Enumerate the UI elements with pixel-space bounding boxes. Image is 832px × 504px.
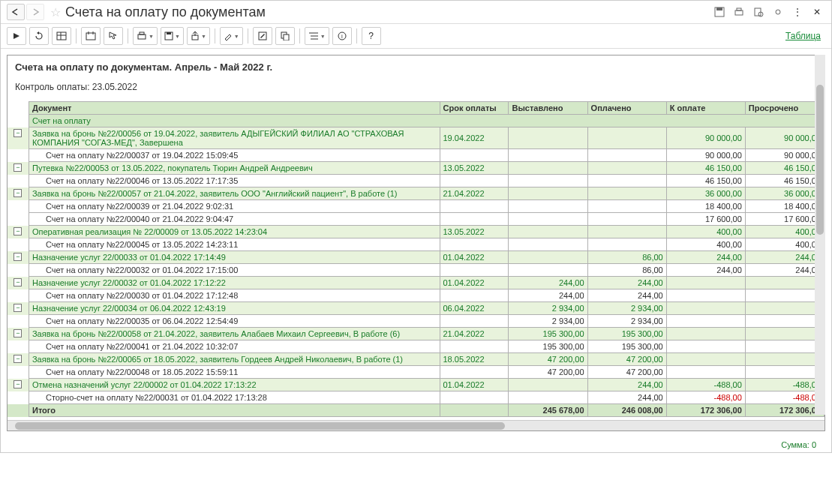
collapse-icon[interactable]: − (14, 164, 22, 172)
vertical-scrollbar[interactable] (815, 55, 825, 415)
forward-button[interactable] (26, 4, 44, 20)
print-button[interactable]: ▼ (133, 27, 158, 45)
svg-text:i: i (341, 33, 343, 40)
doc-cell: Заявка на бронь №22/00056 от 19.04.2022,… (29, 128, 440, 149)
svg-rect-6 (57, 32, 66, 40)
refresh-button[interactable] (29, 27, 49, 45)
table-row[interactable]: −Оперативная реализация № 22/00009 от 13… (8, 226, 824, 238)
col-due[interactable]: Срок оплаты (440, 102, 509, 115)
info-button[interactable]: i (332, 27, 352, 45)
more-icon[interactable]: ⋮ (789, 4, 806, 20)
doc-cell: Оперативная реализация № 22/00009 от 13.… (29, 226, 440, 238)
group-button[interactable]: ▼ (305, 27, 329, 45)
collapse-icon[interactable]: − (14, 129, 22, 137)
report-box: Счета на оплату по документам. Апрель - … (7, 55, 825, 431)
settings-button[interactable] (52, 27, 71, 45)
status-bar: Сумма: 0 (1, 437, 831, 452)
table-row[interactable]: −Заявка на бронь №22/00057 от 21.04.2022… (8, 188, 824, 200)
group-header: Счет на оплату (29, 115, 824, 128)
table-row[interactable]: −Заявка на бронь №22/00058 от 21.04.2022… (8, 328, 824, 340)
back-button[interactable] (7, 4, 25, 20)
svg-rect-1 (716, 8, 722, 10)
table-row[interactable]: Счет на оплату №22/00032 от 01.04.2022 1… (8, 264, 824, 277)
doc-cell: Счет на оплату №22/00046 от 13.05.2022 1… (29, 175, 440, 188)
doc-cell: Счет на оплату №22/00048 от 18.05.2022 1… (29, 366, 440, 379)
save-icon[interactable] (711, 4, 728, 20)
total-label: Итого (29, 404, 440, 417)
report-title: Счета на оплату по документам. Апрель - … (15, 62, 817, 73)
table-row[interactable]: Счет на оплату №22/00048 от 18.05.2022 1… (8, 366, 824, 379)
doc-cell: Счет на оплату №22/00035 от 06.04.2022 1… (29, 315, 440, 328)
col-issued[interactable]: Выставлено (509, 102, 587, 115)
table-row[interactable]: Счет на оплату №22/00030 от 01.04.2022 1… (8, 290, 824, 302)
collapse-icon[interactable]: − (14, 355, 22, 363)
collapse-icon[interactable]: − (14, 189, 22, 197)
total-issued: 245 678,00 (509, 404, 587, 417)
select-button[interactable] (104, 27, 123, 45)
report-subtitle: Контроль оплаты: 23.05.2022 (15, 82, 817, 92)
close-icon[interactable]: ✕ (809, 4, 825, 20)
col-overdue[interactable]: Просрочено (745, 102, 824, 115)
table-row[interactable]: Счет на оплату №22/00041 от 21.04.2022 1… (8, 340, 824, 353)
col-topay[interactable]: К оплате (666, 102, 745, 115)
export-button[interactable]: ▼ (187, 27, 210, 45)
table-row[interactable]: Счет на оплату №22/00039 от 21.04.2022 9… (8, 200, 824, 213)
collapse-icon[interactable]: − (14, 329, 22, 338)
table-row[interactable]: Сторно-счет на оплату №22/00031 от 01.04… (8, 392, 824, 404)
table-link[interactable]: Таблица (785, 31, 825, 41)
table-row[interactable]: −Заявка на бронь №22/00065 от 18.05.2022… (8, 353, 824, 366)
doc-cell: Отмена назначений услуг 22/00002 от 01.0… (29, 379, 440, 392)
table-row[interactable]: Счет на оплату №22/00035 от 06.04.2022 1… (8, 315, 824, 328)
svg-rect-19 (284, 34, 289, 40)
svg-rect-15 (167, 32, 171, 34)
brush-button[interactable]: ▼ (220, 27, 243, 45)
svg-rect-2 (735, 10, 743, 15)
table-row[interactable]: −Назначение услуг 22/00032 от 01.04.2022… (8, 277, 824, 290)
edit-button[interactable] (253, 27, 272, 45)
doc-cell: Заявка на бронь №22/00058 от 21.04.2022,… (29, 328, 440, 340)
link-icon[interactable] (770, 4, 786, 20)
table-row[interactable]: −Заявка на бронь №22/00056 от 19.04.2022… (8, 128, 824, 149)
total-topay: 172 306,00 (666, 404, 745, 417)
page-title: Счета на оплату по документам (65, 4, 711, 20)
doc-cell: Путевка №22/00053 от 13.05.2022, покупат… (29, 162, 440, 175)
table-row[interactable]: −Назначение услуг 22/00033 от 01.04.2022… (8, 251, 824, 264)
col-doc[interactable]: Документ (29, 102, 440, 115)
doc-cell: Назначение услуг 22/00034 от 06.04.2022 … (29, 302, 440, 315)
doc-cell: Счет на оплату №22/00040 от 21.04.2022 9… (29, 213, 440, 226)
collapse-icon[interactable]: − (14, 304, 22, 312)
help-button[interactable]: ? (362, 27, 381, 45)
doc-cell: Счет на оплату №22/00032 от 01.04.2022 1… (29, 264, 440, 277)
copy-button[interactable] (275, 27, 295, 45)
svg-rect-3 (737, 8, 741, 10)
table-row[interactable]: −Отмена назначений услуг 22/00002 от 01.… (8, 379, 824, 392)
collapse-icon[interactable]: − (14, 380, 22, 388)
print-icon[interactable] (731, 4, 747, 20)
svg-rect-13 (140, 32, 144, 34)
total-paid: 246 008,00 (587, 404, 666, 417)
svg-rect-12 (138, 34, 146, 39)
table-row[interactable]: Счет на оплату №22/00045 от 13.05.2022 1… (8, 238, 824, 251)
doc-cell: Заявка на бронь №22/00065 от 18.05.2022,… (29, 353, 440, 366)
table-row[interactable]: Счет на оплату №22/00037 от 19.04.2022 1… (8, 149, 824, 162)
table-row[interactable]: Счет на оплату №22/00046 от 13.05.2022 1… (8, 175, 824, 188)
table-row[interactable]: −Назначение услуг 22/00034 от 06.04.2022… (8, 302, 824, 315)
table-row[interactable]: −Путевка №22/00053 от 13.05.2022, покупа… (8, 162, 824, 175)
collapse-icon[interactable]: − (14, 253, 22, 261)
horizontal-scrollbar[interactable] (8, 420, 824, 430)
doc-cell: Сторно-счет на оплату №22/00031 от 01.04… (29, 392, 440, 404)
collapse-icon[interactable]: − (14, 227, 22, 236)
doc-cell: Назначение услуг 22/00032 от 01.04.2022 … (29, 277, 440, 290)
run-button[interactable] (7, 27, 26, 45)
period-button[interactable] (81, 27, 101, 45)
table-row[interactable]: Счет на оплату №22/00040 от 21.04.2022 9… (8, 213, 824, 226)
save-button[interactable]: ▼ (161, 27, 184, 45)
doc-cell: Назначение услуг 22/00033 от 01.04.2022 … (29, 251, 440, 264)
favorite-icon[interactable]: ☆ (50, 5, 61, 20)
doc-cell: Счет на оплату №22/00030 от 01.04.2022 1… (29, 290, 440, 302)
preview-icon[interactable] (750, 4, 767, 20)
collapse-icon[interactable]: − (14, 278, 22, 286)
col-paid[interactable]: Оплачено (587, 102, 666, 115)
total-overdue: 172 306,00 (745, 404, 824, 417)
report-table: Документ Срок оплаты Выставлено Оплачено… (8, 101, 824, 417)
